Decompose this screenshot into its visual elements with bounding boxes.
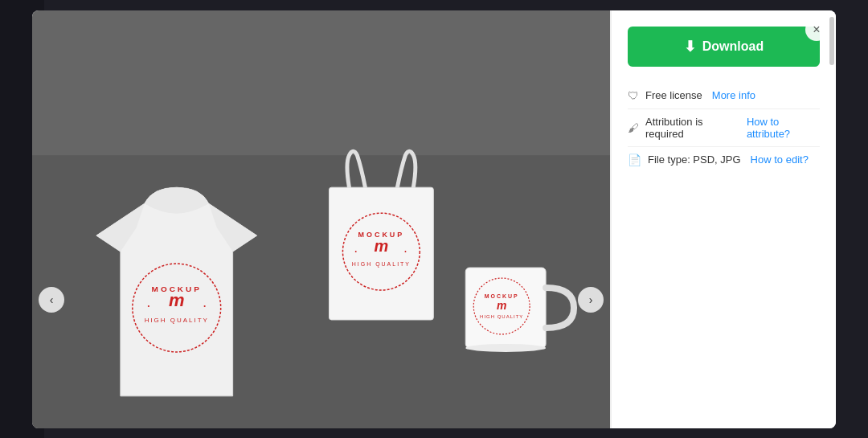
file-type-label: File type: PSD, JPG: [648, 154, 741, 166]
more-info-link[interactable]: More info: [712, 89, 755, 101]
free-license-label: Free license: [645, 89, 702, 101]
shield-icon: 🛡: [628, 89, 639, 102]
file-type-row: 📄 File type: PSD, JPG How to edit?: [628, 147, 820, 173]
image-area: ‹: [32, 10, 610, 428]
close-button[interactable]: ×: [805, 18, 828, 41]
mockup-image: MOCKUP m HIGH QUALITY • •: [32, 10, 610, 428]
how-to-attribute-link[interactable]: How to attribute?: [747, 116, 820, 140]
file-icon: 📄: [628, 154, 641, 166]
svg-text:HIGH QUALITY: HIGH QUALITY: [480, 313, 523, 318]
svg-point-15: [465, 343, 546, 351]
license-row: 🛡 Free license More info: [628, 83, 820, 109]
brush-icon: 🖌: [628, 121, 639, 134]
scrollbar-thumb[interactable]: [829, 17, 834, 65]
download-label: Download: [702, 39, 764, 54]
attribution-label: Attribution is required: [645, 116, 737, 140]
svg-text:MOCKUP: MOCKUP: [485, 293, 519, 299]
svg-text:•: •: [147, 301, 149, 309]
attribution-row: 🖌 Attribution is required How to attribu…: [628, 109, 820, 147]
close-icon: ×: [813, 23, 820, 37]
right-panel: ⬇ Download 🛡 Free license More info 🖌 At…: [611, 10, 836, 428]
chevron-left-icon: ‹: [50, 293, 54, 306]
svg-text:m: m: [497, 298, 506, 311]
next-arrow-button[interactable]: ›: [578, 287, 604, 313]
chevron-right-icon: ›: [589, 293, 593, 306]
download-icon: ⬇: [684, 38, 696, 55]
svg-text:HIGH QUALITY: HIGH QUALITY: [352, 261, 411, 268]
svg-text:HIGH QUALITY: HIGH QUALITY: [145, 316, 209, 323]
svg-text:m: m: [169, 289, 185, 309]
how-to-edit-link[interactable]: How to edit?: [751, 154, 809, 166]
svg-text:•: •: [203, 301, 206, 309]
download-button[interactable]: ⬇ Download: [628, 27, 820, 67]
svg-text:m: m: [375, 237, 389, 255]
prev-arrow-button[interactable]: ‹: [39, 287, 64, 313]
